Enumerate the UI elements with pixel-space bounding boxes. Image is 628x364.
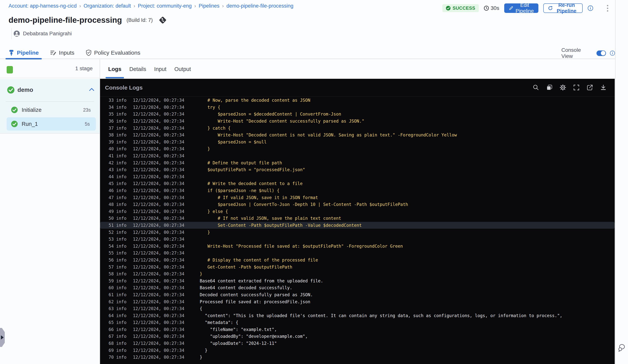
log-timestamp: 12/12/2024, 00:27:34 <box>133 265 186 270</box>
breadcrumb-item[interactable]: demo-pipeline-file-processing <box>227 3 294 9</box>
log-level: info <box>116 244 126 249</box>
log-timestamp: 12/12/2024, 00:27:34 <box>133 244 186 249</box>
search-icon[interactable] <box>533 84 539 91</box>
log-row[interactable]: 51info12/12/2024, 00:27:34 Set-Content -… <box>100 222 615 229</box>
tab-pipeline[interactable]: Pipeline <box>8 47 39 59</box>
log-row[interactable]: 55info12/12/2024, 00:27:34 <box>100 250 615 257</box>
log-timestamp: 12/12/2024, 00:27:34 <box>133 237 186 242</box>
tab-details[interactable]: Details <box>129 59 146 79</box>
step-row-initialize[interactable]: Initialize23s <box>0 103 100 117</box>
log-row[interactable]: 54info12/12/2024, 00:27:34 Write-Host "P… <box>100 242 615 250</box>
log-text: Base64 content decoded successfully. <box>200 285 292 290</box>
stage-status-square[interactable] <box>7 66 13 73</box>
main-tabs: Pipeline Inputs Policy Evaluations <box>8 47 140 59</box>
log-line-number: 52 <box>107 230 114 235</box>
breadcrumb-item[interactable]: Pipelines <box>199 3 220 9</box>
log-row[interactable]: 34info12/12/2024, 00:27:34 try { <box>100 104 615 111</box>
download-icon[interactable] <box>600 84 607 91</box>
log-row[interactable]: 69info12/12/2024, 00:27:34 } <box>100 347 615 354</box>
log-row[interactable]: 59info12/12/2024, 00:27:34Base64 content… <box>100 277 615 284</box>
execution-info-icon[interactable] <box>588 5 593 11</box>
log-row[interactable]: 41info12/12/2024, 00:27:34 <box>100 152 615 159</box>
log-row[interactable]: 44info12/12/2024, 00:27:34 <box>100 173 615 180</box>
log-row[interactable]: 61info12/12/2024, 00:27:34Decoded conten… <box>100 291 615 298</box>
log-text: Get-Content -Path $outputFilePath <box>200 265 292 270</box>
breadcrumb-item[interactable]: Account: app-harness-ng-cicd <box>8 3 77 9</box>
chat-support-icon[interactable] <box>617 343 627 353</box>
fullscreen-icon[interactable] <box>573 84 580 91</box>
log-row[interactable]: 65info12/12/2024, 00:27:34 "metadata": { <box>100 319 615 326</box>
stage-group-header[interactable]: demo <box>0 79 100 101</box>
breadcrumb-item[interactable]: Organization: default <box>83 3 131 9</box>
console-view-info-icon[interactable] <box>610 51 615 56</box>
log-level: info <box>116 216 126 221</box>
log-line-number: 41 <box>107 153 114 158</box>
log-row[interactable]: 50info12/12/2024, 00:27:34 # If not vali… <box>100 215 615 222</box>
log-timestamp: 12/12/2024, 00:27:34 <box>133 299 186 304</box>
log-line-number: 56 <box>107 258 114 262</box>
log-line-number: 67 <box>107 334 114 339</box>
log-row[interactable]: 47info12/12/2024, 00:27:34 # If valid JS… <box>100 194 615 201</box>
log-row[interactable]: 68info12/12/2024, 00:27:34 "uploadDate":… <box>100 340 615 347</box>
log-row[interactable]: 43info12/12/2024, 00:27:34 $outputFilePa… <box>100 166 615 173</box>
log-row[interactable]: 46info12/12/2024, 00:27:34 if ($parsedJs… <box>100 187 615 194</box>
log-row[interactable]: 56info12/12/2024, 00:27:34 # Display the… <box>100 257 615 264</box>
breadcrumb-item[interactable]: Project: community-eng <box>138 3 192 9</box>
more-options-menu[interactable] <box>606 4 609 13</box>
expand-nav-handle[interactable] <box>0 328 5 347</box>
tab-inputs[interactable]: Inputs <box>50 47 75 59</box>
edit-pipeline-button[interactable]: Edit Pipeline <box>504 3 538 13</box>
log-line-number: 46 <box>107 188 114 193</box>
log-row[interactable]: 45info12/12/2024, 00:27:34 # Write the d… <box>100 180 615 187</box>
copy-icon[interactable] <box>546 84 553 91</box>
tab-logs[interactable]: Logs <box>108 59 121 79</box>
log-rows: 33info12/12/2024, 00:27:34 # Now, parse … <box>100 97 615 361</box>
log-row[interactable]: 62info12/12/2024, 00:27:34Processed file… <box>100 298 615 305</box>
step-row-run_1[interactable]: Run_15s <box>7 117 96 131</box>
tab-input[interactable]: Input <box>154 59 166 79</box>
step-name: Initialize <box>22 107 42 113</box>
log-row[interactable]: 33info12/12/2024, 00:27:34 # Now, parse … <box>100 97 615 104</box>
settings-icon[interactable] <box>559 84 566 91</box>
log-row[interactable]: 57info12/12/2024, 00:27:34 Get-Content -… <box>100 263 615 270</box>
log-row[interactable]: 53info12/12/2024, 00:27:34 <box>100 236 615 243</box>
log-row[interactable]: 48info12/12/2024, 00:27:34 $parsedJson |… <box>100 201 615 208</box>
log-row[interactable]: 39info12/12/2024, 00:27:34 $parsedJson =… <box>100 139 615 146</box>
log-level: info <box>116 160 126 165</box>
log-level: info <box>116 237 126 242</box>
console-view-toggle[interactable] <box>597 51 606 56</box>
log-row[interactable]: 58info12/12/2024, 00:27:34} <box>100 270 615 278</box>
log-row[interactable]: 66info12/12/2024, 00:27:34 "fileName": "… <box>100 326 615 333</box>
log-row[interactable]: 40info12/12/2024, 00:27:34 } <box>100 145 615 152</box>
log-text: } catch { <box>200 126 231 131</box>
log-row[interactable]: 52info12/12/2024, 00:27:34 } <box>100 229 615 236</box>
log-row[interactable]: 36info12/12/2024, 00:27:34 Write-Host "D… <box>100 118 615 125</box>
log-timestamp: 12/12/2024, 00:27:34 <box>133 174 186 179</box>
rerun-pipeline-button[interactable]: Re-run Pipeline <box>543 3 583 13</box>
log-level: info <box>116 98 126 103</box>
tab-policy-evaluations[interactable]: Policy Evaluations <box>86 47 140 59</box>
step-list: Initialize23sRun_15s <box>0 103 100 131</box>
tab-output[interactable]: Output <box>174 59 191 79</box>
log-row[interactable]: 42info12/12/2024, 00:27:34 # Define the … <box>100 159 615 166</box>
tab-policy-evaluations-label: Policy Evaluations <box>94 50 140 56</box>
log-timestamp: 12/12/2024, 00:27:34 <box>133 146 186 151</box>
log-level: info <box>116 271 126 276</box>
open-in-new-icon[interactable] <box>586 84 593 91</box>
log-row[interactable]: 49info12/12/2024, 00:27:34 } else { <box>100 208 615 215</box>
log-row[interactable]: 67info12/12/2024, 00:27:34 "uploadedBy":… <box>100 333 615 340</box>
log-row[interactable]: 64info12/12/2024, 00:27:34 "content": "T… <box>100 312 615 319</box>
log-row[interactable]: 38info12/12/2024, 00:27:34 Write-Host "D… <box>100 132 615 139</box>
log-level: info <box>116 202 126 207</box>
log-row[interactable]: 63info12/12/2024, 00:27:34{ <box>100 305 615 312</box>
log-row[interactable]: 60info12/12/2024, 00:27:34Base64 content… <box>100 284 615 291</box>
log-row[interactable]: 35info12/12/2024, 00:27:34 $parsedJson =… <box>100 111 615 118</box>
chevron-up-icon[interactable] <box>89 87 95 92</box>
inputs-icon <box>50 50 56 56</box>
log-text: } <box>200 230 210 235</box>
git-commit-icon[interactable] <box>158 16 167 24</box>
log-row[interactable]: 70info12/12/2024, 00:27:34} <box>100 354 615 361</box>
log-row[interactable]: 37info12/12/2024, 00:27:34 } catch { <box>100 125 615 132</box>
triggered-by: Debabrata Panigrahi <box>13 30 72 37</box>
log-timestamp: 12/12/2024, 00:27:34 <box>133 258 186 262</box>
